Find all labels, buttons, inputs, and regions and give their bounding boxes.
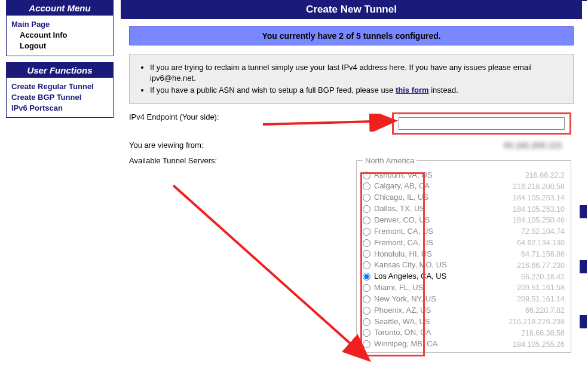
server-radio[interactable] [363, 307, 370, 315]
server-ip: 209.51.161.14 [493, 294, 565, 304]
account-info-link[interactable]: Account Info [20, 30, 108, 41]
server-ip: 209.51.161.58 [493, 282, 565, 293]
ipv6-portscan-link[interactable]: IPv6 Portscan [11, 103, 108, 114]
server-location: New York, NY, US [374, 294, 489, 305]
server-location: Ashburn, VA, US [374, 170, 489, 181]
server-ip: 216.218.226.238 [493, 316, 565, 327]
ipv4-endpoint-input[interactable] [399, 117, 565, 130]
viewing-from-ip: 95.182.209.123 [504, 141, 574, 150]
info-bgp: If you have a public ASN and wish to set… [150, 85, 565, 96]
server-location: Kansas City, MO, US [374, 260, 489, 271]
server-radio[interactable] [363, 284, 370, 292]
server-row[interactable]: Ashburn, VA, US216.66.22.2 [363, 170, 565, 181]
server-row[interactable]: Miami, FL, US209.51.161.58 [363, 282, 565, 294]
server-ip: 216.218.200.58 [493, 181, 565, 192]
server-location: Toronto, ON, CA [374, 327, 489, 339]
server-location: Chicago, IL, US [374, 192, 489, 203]
server-row[interactable]: Los Angeles, CA, US66.220.18.42 [363, 271, 565, 282]
account-menu-title: Account Menu [7, 1, 113, 16]
server-location: Fremont, CA, US [374, 226, 489, 237]
server-row[interactable]: Honolulu, HI, US64.71.156.86 [363, 249, 565, 260]
server-ip: 216.66.77.230 [493, 260, 565, 271]
server-location: Fremont, CA, US [374, 237, 489, 249]
server-ip: 64.62.134.130 [493, 237, 565, 248]
server-row[interactable]: Chicago, IL, US184.105.253.14 [363, 192, 565, 203]
server-row[interactable]: Fremont, CA, US64.62.134.130 [363, 237, 565, 249]
server-row[interactable]: Dallas, TX, US184.105.253.10 [363, 203, 565, 215]
logout-link[interactable]: Logout [20, 41, 108, 51]
server-ip: 184.105.250.46 [493, 215, 565, 225]
server-location: Dallas, TX, US [374, 203, 489, 215]
server-row[interactable]: Denver, CO, US184.105.250.46 [363, 215, 565, 226]
create-regular-tunnel-link[interactable]: Create Regular Tunnel [11, 81, 108, 92]
server-location: Seattle, WA, US [374, 316, 489, 328]
server-radio[interactable] [363, 250, 370, 258]
server-row[interactable]: Phoenix, AZ, US66.220.7.82 [363, 305, 565, 316]
server-location: Phoenix, AZ, US [374, 305, 489, 316]
server-row[interactable]: Calgary, AB, CA216.218.200.58 [363, 181, 565, 192]
server-radio[interactable] [363, 329, 370, 337]
server-location: Los Angeles, CA, US [374, 271, 489, 282]
server-row[interactable]: Seattle, WA, US216.218.226.238 [363, 316, 565, 328]
user-functions-title: User Functions [7, 63, 113, 78]
info-reclaim: If you are trying to reclaim a tunnel si… [150, 62, 565, 83]
server-ip: 64.71.156.86 [493, 249, 565, 260]
server-ip: 72.52.104.74 [493, 226, 565, 237]
server-ip: 184.105.253.10 [493, 204, 565, 215]
main-content: Create New Tunnel You currently have 2 o… [121, 0, 582, 366]
server-radio[interactable] [363, 217, 370, 224]
server-radio[interactable] [363, 295, 370, 303]
ipv4-endpoint-label: IPv4 Endpoint (Your side): [129, 112, 344, 121]
server-row[interactable]: New York, NY, US209.51.161.14 [363, 294, 565, 305]
right-edge-fragments [580, 0, 587, 328]
server-location: Winnipeg, MB, CA [374, 339, 489, 350]
server-row[interactable]: Winnipeg, MB, CA184.105.255.26 [363, 339, 565, 350]
server-radio[interactable] [363, 205, 370, 213]
server-ip: 216.66.38.58 [493, 328, 565, 339]
server-location: Denver, CO, US [374, 215, 489, 226]
server-radio[interactable] [363, 340, 370, 348]
server-ip: 184.105.253.14 [493, 193, 565, 203]
viewing-from-label: You are viewing from: [129, 141, 344, 150]
server-ip: 66.220.18.42 [493, 272, 565, 282]
server-ip: 216.66.22.2 [493, 170, 565, 181]
main-page-link[interactable]: Main Page [11, 19, 108, 30]
user-functions-panel: User Functions Create Regular Tunnel Cre… [6, 62, 114, 118]
info-box: If you are trying to reclaim a tunnel si… [129, 54, 574, 104]
server-radio[interactable] [363, 228, 370, 236]
server-row[interactable]: Fremont, CA, US72.52.104.74 [363, 226, 565, 237]
server-radio[interactable] [363, 261, 370, 269]
bgp-form-link[interactable]: this form [396, 86, 429, 95]
server-radio[interactable] [363, 172, 370, 179]
server-location: Honolulu, HI, US [374, 249, 489, 260]
server-radio[interactable] [363, 194, 370, 202]
account-menu-panel: Account Menu Main Page Account Info Logo… [6, 0, 114, 56]
page-title: Create New Tunnel [121, 0, 582, 19]
available-servers-label: Available Tunnel Servers: [129, 156, 344, 165]
server-radio[interactable] [363, 318, 370, 326]
server-radio[interactable] [363, 239, 370, 247]
servers-fieldset: North America Ashburn, VA, US216.66.22.2… [356, 156, 571, 353]
server-row[interactable]: Kansas City, MO, US216.66.77.230 [363, 260, 565, 271]
ipv4-endpoint-highlight [392, 112, 571, 135]
server-radio[interactable] [363, 182, 370, 190]
server-radio[interactable] [363, 273, 370, 281]
server-row[interactable]: Toronto, ON, CA216.66.38.58 [363, 327, 565, 339]
server-ip: 184.105.255.26 [493, 339, 565, 350]
server-location: Calgary, AB, CA [374, 181, 489, 192]
server-location: Miami, FL, US [374, 282, 489, 294]
region-north-america: North America [363, 156, 416, 165]
create-bgp-tunnel-link[interactable]: Create BGP Tunnel [11, 92, 108, 103]
tunnel-count-banner: You currently have 2 of 5 tunnels config… [129, 26, 574, 45]
server-ip: 66.220.7.82 [493, 305, 565, 316]
